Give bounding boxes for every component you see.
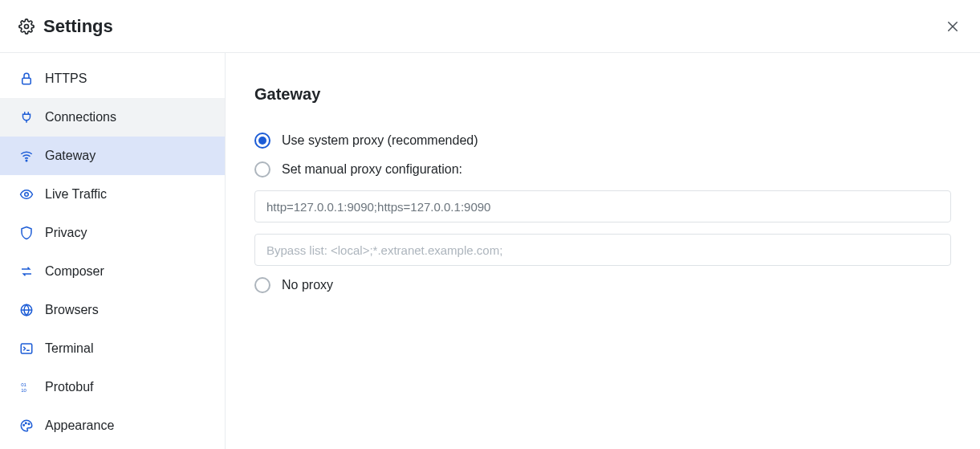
sidebar-item-label: HTTPS <box>45 71 87 86</box>
sidebar-item-connections[interactable]: Connections <box>0 98 225 137</box>
svg-point-13 <box>28 423 30 425</box>
radio-use-system-proxy[interactable]: Use system proxy (recommended) <box>254 133 951 149</box>
gear-icon <box>18 18 35 35</box>
wifi-icon <box>19 149 34 163</box>
sidebar-item-label: Connections <box>45 110 116 124</box>
settings-body: HTTPS Connections Gateway Live Traffic P <box>0 53 980 449</box>
sidebar-item-label: Live Traffic <box>45 187 107 202</box>
sidebar: HTTPS Connections Gateway Live Traffic P <box>0 53 226 449</box>
eye-icon <box>19 187 34 202</box>
sidebar-item-https[interactable]: HTTPS <box>0 59 225 98</box>
sidebar-item-protobuf[interactable]: 0110 Protobuf <box>0 368 225 406</box>
svg-rect-3 <box>22 78 31 84</box>
sidebar-item-terminal[interactable]: Terminal <box>0 329 225 368</box>
svg-rect-8 <box>21 344 32 353</box>
shield-icon <box>19 226 34 240</box>
terminal-icon <box>19 341 34 356</box>
manual-proxy-input[interactable] <box>254 190 951 222</box>
lock-icon <box>19 71 34 86</box>
svg-point-6 <box>25 193 29 197</box>
radio-label: Use system proxy (recommended) <box>282 133 478 148</box>
page-title: Settings <box>43 16 113 37</box>
sidebar-item-privacy[interactable]: Privacy <box>0 214 225 252</box>
radio-no-proxy[interactable]: No proxy <box>254 277 951 293</box>
sidebar-item-label: Appearance <box>45 418 114 433</box>
radio-indicator <box>254 161 270 178</box>
svg-point-0 <box>25 24 29 28</box>
svg-point-5 <box>26 160 27 161</box>
arrows-icon <box>19 264 34 279</box>
svg-point-11 <box>23 425 25 427</box>
plug-icon <box>19 110 34 124</box>
globe-icon <box>19 303 34 317</box>
svg-text:01: 01 <box>21 382 26 387</box>
close-button[interactable] <box>943 17 962 36</box>
svg-text:10: 10 <box>21 388 26 393</box>
sidebar-item-label: Privacy <box>45 226 87 240</box>
sidebar-item-appearance[interactable]: Appearance <box>0 406 225 445</box>
sidebar-item-label: Browsers <box>45 303 99 317</box>
bypass-list-input[interactable] <box>254 234 951 266</box>
sidebar-item-label: Gateway <box>45 149 96 163</box>
binary-icon: 0110 <box>19 380 34 394</box>
radio-indicator <box>254 133 270 149</box>
sidebar-item-browsers[interactable]: Browsers <box>0 291 225 329</box>
radio-indicator <box>254 277 270 293</box>
radio-manual-proxy[interactable]: Set manual proxy configuration: <box>254 161 951 178</box>
sidebar-item-label: Terminal <box>45 341 93 356</box>
header-left: Settings <box>18 16 113 37</box>
sidebar-item-composer[interactable]: Composer <box>0 252 225 291</box>
radio-label: Set manual proxy configuration: <box>282 162 462 177</box>
sidebar-item-gateway[interactable]: Gateway <box>0 137 225 175</box>
palette-icon <box>19 418 34 433</box>
section-title: Gateway <box>254 85 951 104</box>
sidebar-item-live-traffic[interactable]: Live Traffic <box>0 175 225 214</box>
main-panel: Gateway Use system proxy (recommended) S… <box>226 53 980 449</box>
settings-header: Settings <box>0 0 980 53</box>
radio-label: No proxy <box>282 278 333 292</box>
sidebar-item-label: Protobuf <box>45 380 93 394</box>
sidebar-item-label: Composer <box>45 264 104 279</box>
svg-point-12 <box>26 422 27 424</box>
